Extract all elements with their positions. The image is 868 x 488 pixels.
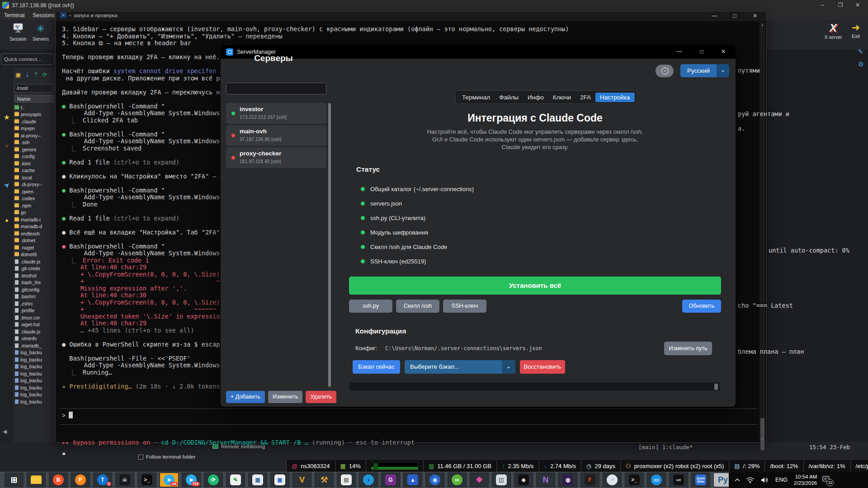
wifi-icon[interactable] [746,477,755,483]
file-tree-item[interactable]: .config [14,153,55,160]
moba-close-button[interactable]: ✕ [850,2,865,8]
sm-maximize-button[interactable]: □ [694,48,709,55]
taskbar-monitor-chart[interactable]: ◫ [492,473,511,487]
taskbar-thunderbird[interactable]: T2 [93,473,112,487]
menu-sessions[interactable]: Sessions [28,11,59,19]
file-tree-item[interactable]: dotnet9 [14,251,55,258]
terminal-titlebar[interactable]: > • запуск и проверка — □ ✕ [56,11,766,21]
path-input[interactable]: /root/ [14,84,53,93]
file-tree-item[interactable]: t.. [14,104,55,111]
folder-up-icon[interactable]: ▣ [15,71,21,78]
taskbar-calculator[interactable]: ▦ [248,473,267,487]
keyboard-language[interactable]: ENG [775,477,788,483]
server-list-scroll-thumb[interactable] [328,103,331,387]
file-tree-item[interactable]: .claude.js [14,328,55,335]
taskbar-monitor-blue[interactable]: ▭ [647,473,666,487]
terminal-prompt[interactable]: > [62,412,73,419]
file-tree-item[interactable]: log_backu [14,349,55,357]
file-tree-item[interactable]: .git-crede [14,265,55,272]
file-tree-item[interactable]: myvpn [14,125,55,132]
taskbar-doc-blue[interactable]: ▣ [270,473,289,487]
file-tree-item[interactable]: .nuget [14,244,55,251]
server-item-proxy-checker[interactable]: proxy-checker161.97.118.40 [ssh] [226,147,326,168]
taskbar-start[interactable]: ⊞ [5,473,24,487]
scroll-down-icon[interactable]: ▼ [760,437,765,441]
server-search-input[interactable] [226,83,326,94]
edit-server-button[interactable]: Изменить [268,391,302,403]
refresh-icon[interactable]: ⟳ [42,71,47,78]
refresh-button[interactable]: Обновить [682,300,721,313]
add-server-button[interactable]: + Добавить [226,391,265,403]
sm-minimize-button[interactable]: — [671,48,687,55]
toolbar-servers-button[interactable]: ✳ Servers [30,23,52,42]
taskbar-freyr[interactable]: ☠ [115,473,134,487]
file-tree-item[interactable]: .kimi [14,160,55,167]
taskbar-cube-dark[interactable]: ◆ [514,473,533,487]
taskbar-tools[interactable]: ⚒ [315,473,334,487]
file-tree-item[interactable]: .claude [14,118,55,125]
moba-maximize-button[interactable]: ❐ [833,2,848,8]
install-button-ssh-[interactable]: SSH-ключ [443,300,486,313]
file-tree-item[interactable]: mariadb-d [14,223,55,230]
file-tree-item[interactable]: endlessh [14,230,55,237]
taskbar-gdoc-purple[interactable]: G [381,473,400,487]
file-tree-item[interactable]: mariadb-i [14,216,55,223]
file-tree-item[interactable]: .gitconfig [14,286,55,293]
install-all-button[interactable]: Установить всё [349,277,721,295]
server-list-scrollbar[interactable] [328,103,331,404]
file-tree-item[interactable]: log_backu [14,370,55,377]
quick-connect-input[interactable]: Quick connect... [1,53,54,65]
files-column-header[interactable]: Name [14,95,54,103]
server-item-investor[interactable]: investor173.212.212.157 [ssh] [226,103,326,124]
server-item-main-ovh[interactable]: main-ovh37.187.136.86 [ssh] [226,125,326,146]
taskbar-telegram[interactable]: ➤715 [182,473,201,487]
file-tree-item[interactable]: .qwen [14,188,55,195]
terminal-tab[interactable]: > • запуск и проверка [60,12,118,18]
taskbar-file-explorer[interactable] [27,473,46,487]
taskbar-sync[interactable]: ⟳ [204,473,223,487]
favorites-star-icon[interactable]: ★ [2,113,12,122]
taskbar-notepad[interactable]: ▤ [337,473,356,487]
file-tree-item[interactable]: log_backu [14,377,55,385]
file-tree-item[interactable]: ai-proxy-- [14,132,55,139]
delete-server-button[interactable]: Удалить [306,391,336,403]
download-icon[interactable]: ⇣ [25,71,30,78]
taskbar-octopus[interactable]: ◉ [425,473,444,487]
sm-close-button[interactable]: ✕ [716,48,731,55]
backup-now-button[interactable]: Бэкап сейчас [353,360,400,374]
file-tree-item[interactable]: .tmux.cor [14,314,55,321]
file-tree-item[interactable]: .codex [14,195,55,202]
file-tree-item[interactable]: .profile [14,307,55,314]
speaker-icon[interactable] [760,477,769,483]
terminal-scroll-thumb[interactable] [760,418,764,450]
menu-terminal[interactable]: Terminal [0,11,28,19]
taskbar-telegram-alt[interactable]: ➤.26 [160,473,179,487]
tab-2fa[interactable]: 2FA [576,93,595,102]
terminal-maximize-button[interactable]: □ [728,13,741,19]
collapse-sidebar-icon[interactable]: ◀ [3,428,7,435]
terminal-close-button[interactable]: ✕ [748,13,762,19]
terminal-scrollbar[interactable]: ▲ ▼ [760,22,765,441]
file-tree-item[interactable]: .zshrc [14,300,55,307]
upload-icon[interactable]: ⇡ [33,71,38,78]
file-tree-item[interactable]: log_backu [14,363,55,371]
tools-side-icon[interactable]: ⚙ [858,61,864,68]
file-tree-item[interactable]: .wget-hst [14,321,55,328]
terminal-minimize-button[interactable]: — [708,13,721,19]
taskbar-mremoteng[interactable]: mR [669,473,688,487]
taskbar-n-purple[interactable]: N [536,473,555,487]
taskbar-github-desktop[interactable]: ◍ [558,473,577,487]
file-tree-item[interactable]: .viminfo [14,335,55,343]
tab-инфо[interactable]: Инфо [523,93,548,102]
file-tree-item[interactable]: go [14,209,55,216]
file-tree-item[interactable]: .ssh [14,139,55,146]
file-tree-item[interactable]: .bash_his [14,279,55,286]
taskbar-hs[interactable]: HS [448,473,467,487]
file-tree-item[interactable]: proxyapis [14,111,55,118]
send-plane-icon[interactable]: ➤ [0,178,13,192]
follow-terminal-folder-checkbox[interactable]: Follow terminal folder [138,454,195,460]
file-tree-item[interactable]: log_backu [14,398,55,405]
tab-терминал[interactable]: Терминал [458,93,495,102]
file-tree-item[interactable]: .npm [14,202,55,209]
restore-button[interactable]: Восстановить [520,360,565,374]
